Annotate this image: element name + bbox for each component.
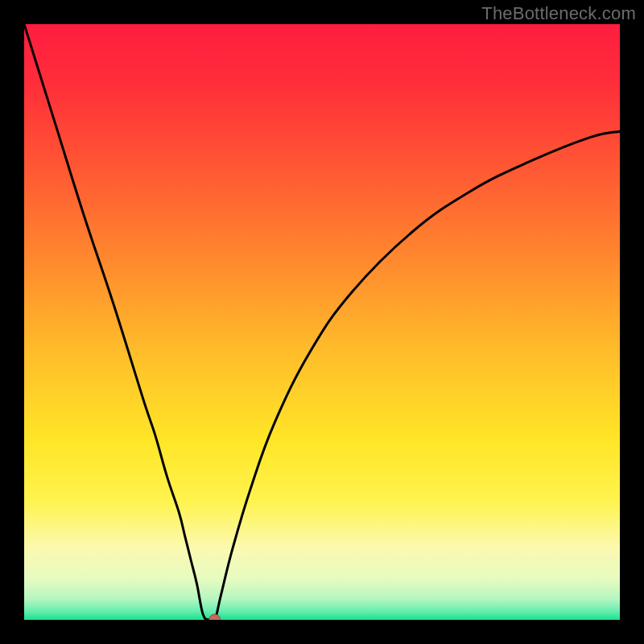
watermark-text: TheBottleneck.com	[481, 3, 636, 24]
chart-frame: TheBottleneck.com	[0, 0, 644, 644]
plot-area	[24, 24, 620, 620]
heat-gradient-bg	[24, 24, 620, 620]
bottleneck-chart	[24, 24, 620, 620]
